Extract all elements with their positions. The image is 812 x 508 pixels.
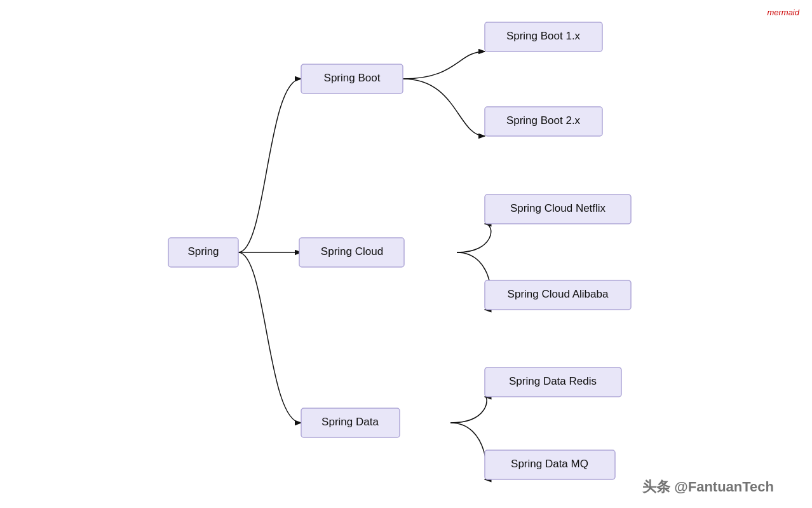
mermaid-label: mermaid bbox=[767, 8, 799, 17]
node-spring-boot-2x-label: Spring Boot 2.x bbox=[506, 114, 581, 127]
node-spring-cloud-alibaba-label: Spring Cloud Alibaba bbox=[508, 288, 609, 300]
node-spring-label: Spring bbox=[187, 245, 219, 257]
node-spring-data-mq-label: Spring Data MQ bbox=[511, 458, 588, 470]
node-spring-cloud-netflix-label: Spring Cloud Netflix bbox=[510, 202, 606, 214]
watermark-bottom: 头条 @FantuanTech bbox=[642, 477, 774, 497]
node-spring-data-redis-label: Spring Data Redis bbox=[509, 375, 597, 387]
node-spring-boot-1x-label: Spring Boot 1.x bbox=[506, 30, 581, 42]
node-spring-boot-label: Spring Boot bbox=[324, 72, 381, 84]
node-spring-data-label: Spring Data bbox=[321, 416, 379, 428]
node-spring-cloud-label: Spring Cloud bbox=[321, 245, 383, 257]
